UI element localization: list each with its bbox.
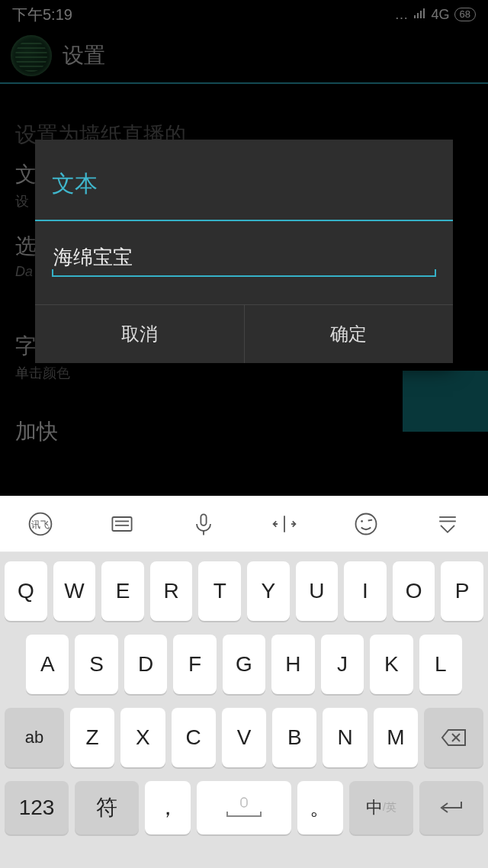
key-j[interactable]: J xyxy=(321,635,364,694)
kb-row-4: 123 符 ， 。 中/英 xyxy=(5,781,483,834)
cursor-icon[interactable] xyxy=(268,507,301,541)
key-s[interactable]: S xyxy=(75,635,117,694)
backspace-icon xyxy=(441,728,467,747)
key-x[interactable]: X xyxy=(120,708,165,767)
key-q[interactable]: Q xyxy=(5,561,47,621)
key-b[interactable]: B xyxy=(272,708,316,767)
key-c[interactable]: C xyxy=(172,708,216,767)
dialog-actions: 取消 确定 xyxy=(35,304,453,363)
key-r[interactable]: R xyxy=(150,561,193,621)
key-m[interactable]: M xyxy=(374,708,418,767)
key-d[interactable]: D xyxy=(124,635,167,694)
svg-line-10 xyxy=(368,519,372,520)
key-k[interactable]: K xyxy=(370,635,413,694)
key-z[interactable]: Z xyxy=(70,708,114,767)
collapse-icon[interactable] xyxy=(431,507,464,541)
svg-point-9 xyxy=(361,520,363,522)
text-input-wrap xyxy=(52,241,436,277)
text-input[interactable] xyxy=(52,241,436,277)
numeric-key[interactable]: 123 xyxy=(5,781,69,834)
svg-point-8 xyxy=(355,513,376,534)
space-icon xyxy=(221,796,267,819)
svg-rect-2 xyxy=(112,517,131,531)
lang-main: 中 xyxy=(366,796,383,819)
key-y[interactable]: Y xyxy=(247,561,290,621)
mic-icon[interactable] xyxy=(187,507,220,541)
comma-key[interactable]: ， xyxy=(145,781,191,834)
kb-row-1: Q W E R T Y U I O P xyxy=(5,561,483,621)
dialog-title: 文本 xyxy=(35,140,453,220)
lang-sub: /英 xyxy=(383,801,396,815)
enter-icon xyxy=(438,800,464,815)
key-u[interactable]: U xyxy=(296,561,339,621)
key-e[interactable]: E xyxy=(101,561,144,621)
key-h[interactable]: H xyxy=(271,635,314,694)
emoji-icon[interactable] xyxy=(349,507,383,541)
keyboard-rows: Q W E R T Y U I O P A S D F G H J K L ab… xyxy=(0,552,488,868)
key-l[interactable]: L xyxy=(419,635,462,694)
keyboard-toolbar: 讯飞 xyxy=(0,496,488,552)
kb-row-3: ab Z X C V B N M xyxy=(5,708,483,767)
key-p[interactable]: P xyxy=(441,561,483,621)
keyboard: 讯飞 Q W E R T Y U I O P xyxy=(0,496,488,868)
svg-text:讯飞: 讯飞 xyxy=(31,519,50,529)
kb-row-2: A S D F G H J K L xyxy=(5,635,483,694)
key-a[interactable]: A xyxy=(26,635,69,694)
text-dialog: 文本 取消 确定 xyxy=(35,140,453,363)
cancel-button[interactable]: 取消 xyxy=(35,305,244,363)
confirm-button[interactable]: 确定 xyxy=(244,305,454,363)
period-key[interactable]: 。 xyxy=(297,781,343,834)
key-n[interactable]: N xyxy=(323,708,367,767)
backspace-key[interactable] xyxy=(424,708,483,767)
space-key[interactable] xyxy=(197,781,291,834)
key-w[interactable]: W xyxy=(53,561,96,621)
key-v[interactable]: V xyxy=(222,708,266,767)
key-o[interactable]: O xyxy=(393,561,435,621)
key-f[interactable]: F xyxy=(173,635,216,694)
key-i[interactable]: I xyxy=(344,561,387,621)
symbols-key[interactable]: 符 xyxy=(75,781,139,834)
keyboard-icon[interactable] xyxy=(105,507,139,541)
svg-rect-5 xyxy=(201,514,206,525)
svg-rect-15 xyxy=(241,798,247,807)
ime-logo-icon[interactable]: 讯飞 xyxy=(24,507,57,541)
shift-key[interactable]: ab xyxy=(5,708,64,767)
enter-key[interactable] xyxy=(419,781,483,834)
key-g[interactable]: G xyxy=(223,635,265,694)
language-key[interactable]: 中/英 xyxy=(349,781,413,834)
key-t[interactable]: T xyxy=(198,561,241,621)
